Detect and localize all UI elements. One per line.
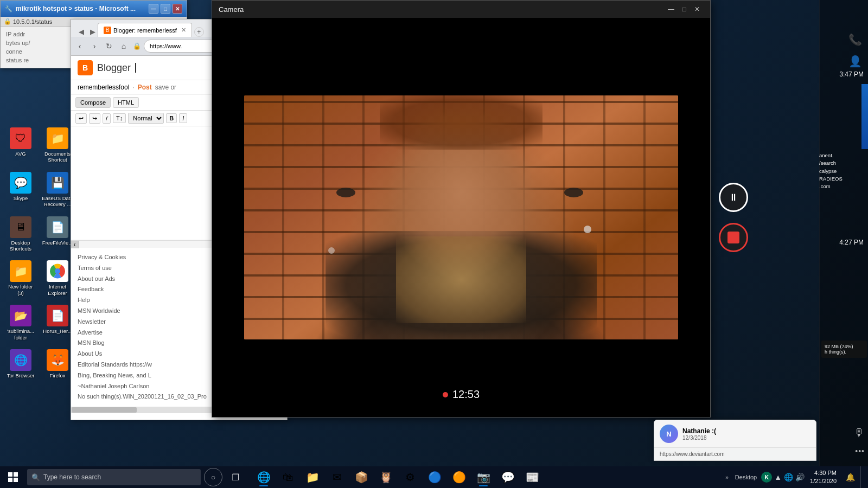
taskbar-app-camera[interactable]: 📷 [471, 467, 495, 487]
pause-button[interactable]: ⏸ [719, 183, 748, 212]
tab-back-button[interactable]: ◀ [76, 27, 86, 37]
nav-refresh-button[interactable]: ↻ [103, 40, 116, 53]
desktop-icon-torbrowser[interactable]: 🌐 Tor Browser [3, 348, 38, 380]
taskbar-app-8[interactable]: 🔵 [423, 467, 446, 487]
news-icon: 📰 [526, 471, 539, 484]
desktop-icon-horus[interactable]: 📄 Horus_Her... [40, 303, 75, 342]
html-tab-button[interactable]: HTML [113, 97, 139, 108]
right-text-calypse: calypse [819, 168, 865, 175]
tab-close-button[interactable]: ✕ [181, 27, 186, 34]
tray-up-arrow-icon[interactable]: ▲ [774, 473, 782, 481]
desktop-icon-avg[interactable]: 🛡 AVG [3, 126, 38, 165]
chat-name: Nathanie :( [682, 427, 716, 435]
italic-button[interactable]: I [179, 113, 187, 123]
desktop-icon-sublimina[interactable]: 📂 'sublimina...folder [3, 303, 38, 342]
mikrotik-ip-label: IP addr [6, 31, 39, 37]
post-link[interactable]: Post [138, 84, 152, 91]
svg-rect-5 [8, 478, 12, 482]
storage-detail: h thing(s). [825, 349, 864, 355]
mikrotik-titlebar[interactable]: 🔧 mikrotik hotspot > status - Microsoft … [1, 1, 187, 17]
mikrotik-maximize-button[interactable]: □ [161, 4, 170, 14]
mail-icon: ✉ [333, 471, 342, 484]
taskview-button[interactable]: ❐ [224, 466, 247, 488]
taskbar-app-news[interactable]: 📰 [520, 467, 544, 487]
taskbar-app-amazon[interactable]: 📦 [349, 467, 373, 487]
camera-close-button[interactable]: ✕ [691, 3, 704, 16]
nav-back-button[interactable]: ‹ [73, 40, 86, 53]
phone-icon[interactable]: 📞 [845, 30, 865, 49]
chat-info: Nathanie :( 12/3/2018 [682, 427, 716, 441]
tor-label: Tor Browser [7, 373, 35, 378]
taskbar-app-explorer[interactable]: 📁 [301, 467, 324, 487]
clock-date: 1/21/2020 [810, 477, 837, 485]
camera-minimize-button[interactable]: — [665, 3, 678, 16]
freefileview-icon: 📄 [47, 216, 68, 238]
mikrotik-favicon: 🔧 [5, 5, 12, 12]
desktop-icon-newfolder[interactable]: 📁 New folder(3) [3, 259, 38, 298]
desktop-icon-skype[interactable]: 💬 Skype [3, 170, 38, 209]
taskbar-app-store[interactable]: 🛍 [276, 467, 300, 487]
microphone-icon[interactable]: 🎙 [854, 427, 865, 439]
compose-tab-button[interactable]: Compose [75, 97, 111, 108]
start-button[interactable] [0, 466, 26, 488]
mikrotik-close-button[interactable]: ✕ [173, 4, 182, 14]
person-eye-right [564, 188, 583, 197]
cortana-button[interactable]: ○ [204, 468, 222, 486]
taskbar-app-mail[interactable]: ✉ [325, 467, 349, 487]
documents-label: DocumentsShortcut [44, 151, 71, 163]
stop-record-button[interactable] [719, 223, 748, 252]
nav-forward-button[interactable]: › [88, 40, 101, 53]
font-size-button[interactable]: T↕ [113, 113, 126, 123]
camera-tb-icon: 📷 [477, 471, 490, 484]
desktop-icon-chrome[interactable]: Internet Explorer [40, 259, 75, 298]
cortana-icon: ○ [211, 473, 215, 481]
desktop-icons-area: 🛡 AVG 📁 DocumentsShortcut 💬 Skype 💾 Ease… [0, 125, 79, 384]
system-clock[interactable]: 4:30 PM 1/21/2020 [807, 469, 840, 486]
browser-tab-blogger[interactable]: B Blogger: rememberlessf ✕ [98, 23, 192, 37]
font-button[interactable]: 𝘧 [103, 113, 111, 124]
taskview-icon: ❐ [232, 472, 239, 483]
scroll-left-button[interactable]: ‹ [71, 241, 79, 248]
mikrotik-conn-label: conne [6, 48, 39, 55]
network-icon[interactable]: 🌐 [784, 473, 793, 481]
desktop-icon-easeus[interactable]: 💾 EaseUS DataRecovery ... [40, 170, 75, 209]
heading-select[interactable]: Normal [128, 113, 164, 124]
file-explorer-icon: 📁 [306, 471, 320, 484]
taskbar-app-tripadvisor[interactable]: 🦉 [374, 467, 398, 487]
contacts-icon[interactable]: 👤 [845, 52, 865, 71]
new-tab-button[interactable]: + [194, 27, 204, 37]
storage-mb: 92 MB (74%) [825, 344, 864, 349]
camera-timer: 12:53 [443, 388, 480, 401]
taskbar-app-9[interactable]: 🟠 [447, 467, 471, 487]
mikrotik-minimize-button[interactable]: — [149, 4, 158, 14]
scrollbar-thumb[interactable] [72, 407, 137, 413]
nav-home-button[interactable]: ⌂ [117, 40, 130, 53]
camera-body: 12:53 ⏸ [212, 18, 710, 417]
notification-center-button[interactable]: 🔔 [842, 469, 858, 485]
storage-notification: 92 MB (74%) h thing(s). [821, 341, 867, 358]
desktop-icon-freefileview[interactable]: 📄 FreeFileVie... [40, 215, 75, 254]
bold-button[interactable]: B [166, 113, 177, 123]
tab-forward-button[interactable]: ▶ [88, 27, 98, 37]
redo-button[interactable]: ↪ [89, 113, 100, 124]
desktop-icon-documents[interactable]: 📁 DocumentsShortcut [40, 126, 75, 165]
chat-avatar: N [660, 425, 678, 443]
camera-titlebar[interactable]: Camera — □ ✕ [212, 1, 710, 18]
camera-maximize-button[interactable]: □ [678, 3, 691, 16]
taskbar-app-skype[interactable]: 💬 [496, 467, 520, 487]
show-desktop-button[interactable] [860, 466, 864, 488]
desktop-icon-firefox[interactable]: 🦊 Firefox [40, 348, 75, 380]
taskbar-search-bar[interactable]: 🔍 Type here to search [27, 469, 201, 485]
chat-header[interactable]: N Nathanie :( 12/3/2018 [654, 420, 816, 448]
kaspersky-icon[interactable]: K [761, 472, 772, 483]
taskbar-app-7[interactable]: ⚙ [398, 467, 422, 487]
more-options-icon[interactable]: ••• [855, 447, 865, 455]
mikrotik-url: 10.5.0.1/status [13, 18, 52, 25]
taskbar-app-ie[interactable]: 🌐 [252, 467, 276, 487]
undo-button[interactable]: ↩ [75, 113, 87, 124]
new-folder-icon: 📁 [10, 260, 31, 282]
right-blue-bar [861, 84, 868, 149]
volume-icon[interactable]: 🔊 [795, 473, 805, 481]
tray-overflow-button[interactable]: » [723, 474, 731, 480]
desktop-icon-shortcuts[interactable]: 🖥 DesktopShortcuts [3, 215, 38, 254]
